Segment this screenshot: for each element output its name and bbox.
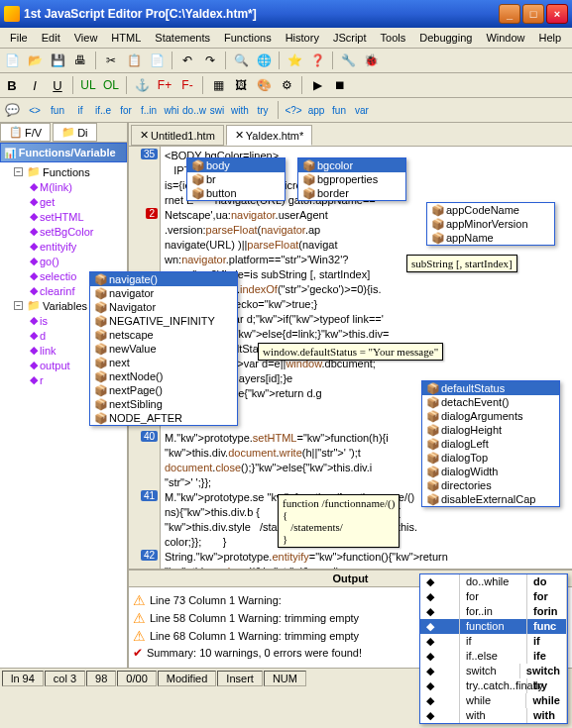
stmt-for[interactable]: for: [116, 100, 136, 120]
menu-edit[interactable]: Edit: [36, 30, 66, 46]
popup-item[interactable]: 📦dialogArguments: [422, 409, 559, 423]
save-icon[interactable]: 💾: [48, 51, 67, 70]
find-icon[interactable]: 🔍: [231, 51, 251, 70]
editor-tab[interactable]: ✕ Yaldex.htm*: [226, 125, 313, 146]
menu-help[interactable]: Help: [533, 30, 568, 46]
bold-button[interactable]: B: [2, 75, 22, 95]
snippet-popup[interactable]: ◆do..whiledo◆forfor◆for..inforin◆functio…: [419, 573, 568, 724]
popup-item[interactable]: 📦button: [187, 186, 285, 200]
popup-item[interactable]: 📦directories: [422, 478, 559, 492]
menu-jscript[interactable]: JScript: [327, 30, 373, 46]
popup-item[interactable]: 📦defaultStatus: [422, 381, 559, 395]
popup-item[interactable]: 📦NODE_AFTER: [90, 411, 237, 425]
print-icon[interactable]: 🖶: [70, 51, 90, 70]
snippet-row[interactable]: ◆switchswitch: [420, 664, 567, 678]
tree-item[interactable]: ◆ entityify: [2, 239, 125, 254]
menu-functions[interactable]: Functions: [218, 30, 278, 46]
snippet-row[interactable]: ◆forfor: [420, 589, 567, 604]
popup-item[interactable]: 📦nextSibling: [90, 397, 237, 411]
popup-item[interactable]: 📦Navigator: [90, 300, 237, 314]
stmt-f..in[interactable]: f..in: [139, 100, 159, 120]
palette-icon[interactable]: 🎨: [254, 75, 274, 95]
popup-item[interactable]: 📦dialogTop: [422, 451, 559, 465]
menu-tools[interactable]: Tools: [375, 30, 412, 46]
popup-item[interactable]: 📦dialogHeight: [422, 423, 559, 437]
help-icon[interactable]: ❓: [307, 51, 327, 70]
underline-button[interactable]: U: [48, 75, 67, 95]
cut-icon[interactable]: ✂: [101, 51, 121, 70]
tree-item[interactable]: ◆ setBgColor: [2, 224, 125, 239]
tree-item[interactable]: ◆ get: [2, 194, 125, 209]
popup-item[interactable]: 📦NEGATIVE_INFINITY: [90, 314, 237, 328]
stmt-if..e[interactable]: if..e: [93, 100, 113, 120]
misc-fun[interactable]: fun: [329, 100, 349, 120]
popup-item[interactable]: 📦newValue: [90, 342, 237, 356]
popup-item[interactable]: 📦body: [187, 158, 285, 172]
snippet-row[interactable]: ◆whilewhile: [420, 693, 567, 708]
comment-icon[interactable]: 💬: [2, 100, 22, 120]
menu-view[interactable]: View: [68, 30, 104, 46]
popup-item[interactable]: 📦border: [298, 186, 405, 200]
font-plus[interactable]: F+: [155, 75, 174, 95]
popup-item[interactable]: 📦navigate(): [90, 272, 237, 286]
snippet-row[interactable]: ◆for..inforin: [420, 604, 567, 619]
snippet-row[interactable]: ◆do..whiledo: [420, 574, 567, 589]
menu-history[interactable]: History: [280, 30, 325, 46]
popup-item[interactable]: 📦navigator: [90, 286, 237, 300]
ul-button[interactable]: UL: [78, 75, 98, 95]
misc-&lt;?&gt;[interactable]: <?>: [284, 100, 303, 120]
redo-icon[interactable]: ↷: [200, 51, 220, 70]
tree-item[interactable]: ◆ setHTML: [2, 209, 125, 224]
popup-item[interactable]: 📦dialogLeft: [422, 437, 559, 451]
close-tab-icon[interactable]: ✕: [235, 129, 244, 142]
run-icon[interactable]: ▶: [307, 75, 327, 95]
close-tab-icon[interactable]: ✕: [140, 129, 149, 142]
popup-item[interactable]: 📦bgcolor: [298, 158, 405, 172]
open-icon[interactable]: 📂: [25, 51, 45, 70]
popup-navigator[interactable]: 📦appCodeName📦appMinorVersion📦appName: [426, 202, 555, 246]
tree-item[interactable]: ◆ go(): [2, 254, 125, 268]
minimize-button[interactable]: _: [499, 4, 520, 24]
font-minus[interactable]: F-: [177, 75, 197, 95]
menu-html[interactable]: HTML: [105, 30, 147, 46]
ol-button[interactable]: OL: [101, 75, 121, 95]
popup-item[interactable]: 📦next: [90, 356, 237, 369]
paste-icon[interactable]: 📄: [147, 51, 167, 70]
image-icon[interactable]: 🖼: [231, 75, 251, 95]
menu-statements[interactable]: Statements: [149, 30, 216, 46]
new-icon[interactable]: 📄: [2, 51, 22, 70]
gear-icon[interactable]: ⚙: [277, 75, 296, 95]
debug-icon[interactable]: 🐞: [361, 51, 381, 70]
misc-var[interactable]: var: [352, 100, 372, 120]
misc-app[interactable]: app: [306, 100, 326, 120]
table-icon[interactable]: ▦: [208, 75, 228, 95]
snippet-row[interactable]: ◆ifif: [420, 634, 567, 649]
popup-item[interactable]: 📦nextNode(): [90, 369, 237, 383]
popup-d-members[interactable]: 📦defaultStatus📦detachEvent()📦dialogArgum…: [421, 380, 560, 507]
code-line[interactable]: "kw">this.replace(/&/g,"str">'&amp;').r: [165, 565, 568, 569]
popup-item[interactable]: 📦appCodeName: [427, 203, 554, 217]
panel-tab-di[interactable]: 📁 Di: [53, 123, 96, 142]
stop-icon[interactable]: ⏹: [330, 75, 350, 95]
popup-tags[interactable]: 📦body📦br📦button: [186, 157, 286, 201]
menu-file[interactable]: File: [4, 30, 34, 46]
panel-tab-fv[interactable]: 📋 F/V: [0, 123, 51, 142]
snippet-row[interactable]: ◆functionfunc: [420, 619, 567, 634]
close-button[interactable]: ×: [546, 4, 568, 24]
stmt-fun[interactable]: fun: [48, 100, 67, 120]
angle-icon[interactable]: <>: [25, 100, 45, 120]
popup-item[interactable]: 📦br: [187, 172, 285, 186]
editor-tab[interactable]: ✕ Untitled1.htm: [131, 125, 224, 146]
popup-item[interactable]: 📦nextPage(): [90, 383, 237, 397]
undo-icon[interactable]: ↶: [177, 51, 197, 70]
bookmark-icon[interactable]: ⭐: [285, 51, 304, 70]
popup-item[interactable]: 📦dialogWidth: [422, 465, 559, 478]
stmt-do..w[interactable]: do..w: [184, 100, 204, 120]
stmt-try[interactable]: try: [253, 100, 273, 120]
tree-folder-functions[interactable]: −📁 Functions: [2, 164, 125, 179]
snippet-row[interactable]: ◆if..elseife: [420, 649, 567, 664]
stmt-with[interactable]: with: [230, 100, 250, 120]
code-line[interactable]: String."kw">prototype.entityify="kw">fun…: [165, 550, 568, 565]
popup-n-members[interactable]: 📦navigate()📦navigator📦Navigator📦NEGATIVE…: [89, 271, 238, 426]
stmt-whi[interactable]: whi: [162, 100, 181, 120]
